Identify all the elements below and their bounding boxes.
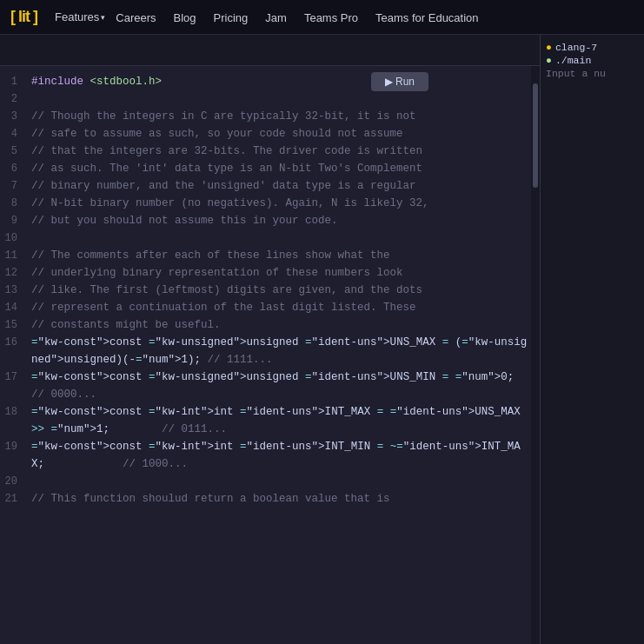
line-number: 14 (0, 299, 31, 316)
scrollbar-thumb (533, 83, 538, 188)
right-panel-item-main: ● ./main (546, 55, 639, 66)
code-line: 8// N-bit binary number (no negatives). … (0, 195, 540, 212)
right-panel: ● clang-7 ● ./main Input a nu (540, 35, 644, 644)
line-content: // represent a continuation of the last … (31, 299, 540, 316)
line-content: // binary number, and the 'unsigned' dat… (31, 177, 540, 195)
nav-item-teams-pro[interactable]: Teams Pro (297, 10, 365, 25)
line-content: // underlying binary representation of t… (31, 264, 540, 282)
logo-bracket-left: [ (10, 8, 15, 26)
clang-label: clang-7 (555, 42, 597, 53)
line-number: 4 (0, 125, 31, 143)
line-content (31, 473, 540, 490)
line-content (31, 229, 540, 247)
code-area[interactable]: 1#include <stdbool.h>2 3// Though the in… (0, 66, 540, 644)
code-line: 19="kw-const">const ="kw-int">int ="iden… (0, 438, 540, 473)
code-line: 21// This function shoulud return a bool… (0, 490, 540, 508)
code-line: 18="kw-const">const ="kw-int">int ="iden… (0, 403, 540, 438)
nav-teams-pro-link[interactable]: Teams Pro (297, 6, 365, 30)
line-number: 10 (0, 229, 31, 247)
code-line: 7// binary number, and the 'unsigned' da… (0, 177, 540, 195)
logo: [ lit ] (10, 8, 37, 26)
line-number: 8 (0, 195, 31, 212)
nav-item-careers[interactable]: Careers (109, 10, 163, 25)
line-number: 5 (0, 143, 31, 160)
line-content: // but you should not assume this in you… (31, 212, 540, 229)
line-content: ="kw-const">const ="kw-unsigned">unsigne… (31, 368, 540, 403)
nav-item-pricing[interactable]: Pricing (207, 10, 256, 25)
nav-jam-link[interactable]: Jam (258, 6, 294, 30)
nav-careers-link[interactable]: Careers (109, 6, 163, 30)
line-content: // This function shoulud return a boolea… (31, 490, 540, 508)
nav-blog-link[interactable]: Blog (167, 6, 203, 30)
code-line: 20 (0, 473, 540, 490)
nav-item-features[interactable]: Features ▾ (55, 0, 105, 39)
code-line: 17="kw-const">const ="kw-unsigned">unsig… (0, 368, 540, 403)
line-content: // constants might be useful. (31, 316, 540, 334)
nav-item-blog[interactable]: Blog (167, 10, 203, 25)
clang-icon: ● (546, 42, 552, 53)
line-content: // Though the integers in C are typicall… (31, 108, 540, 125)
line-number: 11 (0, 247, 31, 264)
logo-text: lit (18, 8, 30, 26)
line-content: ="kw-const">const ="kw-int">int ="ident-… (31, 438, 540, 473)
run-button[interactable]: ▶ Run (371, 72, 428, 91)
code-line: 14// represent a continuation of the las… (0, 299, 540, 316)
code-line: 16="kw-const">const ="kw-unsigned">unsig… (0, 334, 540, 368)
nav-teams-edu-link[interactable]: Teams for Education (368, 6, 486, 30)
nav-features-label: Features (55, 10, 99, 23)
code-line: 10 (0, 229, 540, 247)
scrollbar[interactable] (531, 66, 540, 644)
editor-area: ▶ Run 1#include <stdbool.h>2 3// Though … (0, 35, 540, 644)
code-line: 4// safe to assume as such, so your code… (0, 125, 540, 143)
line-content: ="kw-const">const ="kw-unsigned">unsigne… (31, 334, 540, 368)
code-line: 6// as such. The 'int' data type is an N… (0, 160, 540, 177)
code-line: 1#include <stdbool.h> (0, 73, 540, 90)
line-number: 3 (0, 108, 31, 125)
tab-bar (0, 35, 540, 66)
line-number: 12 (0, 264, 31, 282)
line-number: 2 (0, 90, 31, 108)
code-line: 3// Though the integers in C are typical… (0, 108, 540, 125)
line-content: ="kw-const">const ="kw-int">int ="ident-… (31, 403, 540, 438)
code-line: 5// that the integers are 32-bits. The d… (0, 143, 540, 160)
nav-item-teams-edu[interactable]: Teams for Education (368, 10, 486, 25)
line-content (31, 90, 540, 108)
main-icon: ● (546, 55, 552, 66)
logo-bracket-right: ] (33, 8, 37, 26)
nav-menu: Features ▾ Careers Blog Pricing Jam Team… (55, 0, 486, 39)
chevron-down-icon: ▾ (101, 13, 105, 22)
right-panel-item-input: Input a nu (546, 68, 639, 79)
main-container: ▶ Run 1#include <stdbool.h>2 3// Though … (0, 35, 644, 644)
navigation: [ lit ] Features ▾ Careers Blog Pricing … (0, 0, 644, 35)
code-line: 11// The comments after each of these li… (0, 247, 540, 264)
main-label: ./main (555, 55, 591, 66)
code-line: 15// constants might be useful. (0, 316, 540, 334)
line-number: 1 (0, 73, 31, 90)
line-number: 21 (0, 490, 31, 508)
top-bar-actions: ▶ Run (364, 66, 435, 97)
nav-pricing-link[interactable]: Pricing (207, 6, 256, 30)
line-number: 17 (0, 368, 31, 403)
code-line: 9// but you should not assume this in yo… (0, 212, 540, 229)
line-number: 19 (0, 438, 31, 473)
right-panel-item-clang: ● clang-7 (546, 42, 639, 53)
input-label: Input a nu (546, 68, 606, 79)
line-content: // like. The first (leftmost) digits are… (31, 282, 540, 299)
line-number: 15 (0, 316, 31, 334)
line-number: 7 (0, 177, 31, 195)
code-line: 2 (0, 90, 540, 108)
line-content: // N-bit binary number (no negatives). A… (31, 195, 540, 212)
line-content: // that the integers are 32-bits. The dr… (31, 143, 540, 160)
code-line: 13// like. The first (leftmost) digits a… (0, 282, 540, 299)
line-content: // safe to assume as such, so your code … (31, 125, 540, 143)
line-number: 16 (0, 334, 31, 368)
code-line: 12// underlying binary representation of… (0, 264, 540, 282)
line-number: 13 (0, 282, 31, 299)
line-number: 9 (0, 212, 31, 229)
line-number: 18 (0, 403, 31, 438)
nav-item-jam[interactable]: Jam (258, 10, 294, 25)
line-number: 20 (0, 473, 31, 490)
line-content: // The comments after each of these line… (31, 247, 540, 264)
line-content: #include <stdbool.h> (31, 73, 540, 90)
line-number: 6 (0, 160, 31, 177)
